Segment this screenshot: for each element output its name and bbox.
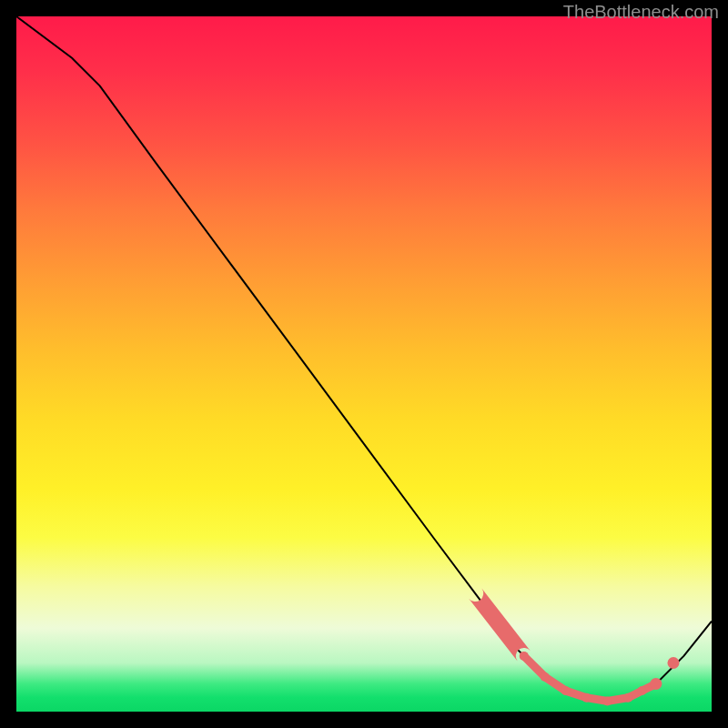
chart-svg	[16, 16, 712, 712]
svg-point-8	[667, 657, 679, 669]
optimal-zone-markers	[469, 589, 679, 706]
svg-point-7	[650, 678, 662, 690]
chart-root: TheBottleneck.com	[0, 0, 728, 728]
svg-point-0	[520, 652, 529, 661]
svg-point-1	[541, 672, 550, 682]
svg-point-3	[581, 693, 591, 703]
bottleneck-curve	[16, 16, 712, 702]
plot-area	[16, 16, 712, 712]
svg-point-5	[623, 693, 632, 703]
svg-point-2	[561, 686, 571, 695]
svg-point-6	[638, 686, 647, 695]
svg-point-4	[602, 697, 612, 706]
attribution-text: TheBottleneck.com	[563, 2, 719, 23]
